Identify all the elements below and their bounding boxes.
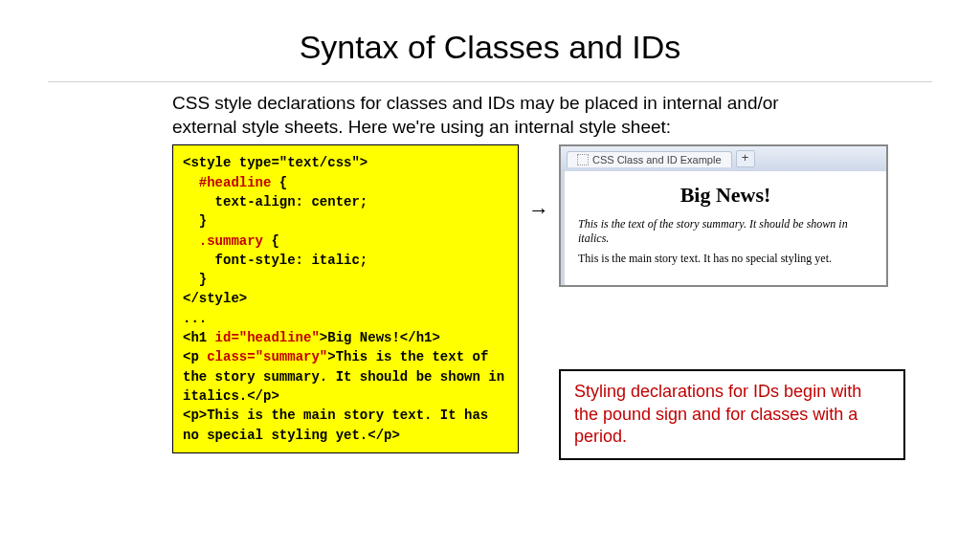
page-summary: This is the text of the story summary. I… — [578, 217, 873, 246]
arrow-icon: → — [528, 198, 549, 223]
tab-label: CSS Class and ID Example — [592, 154, 722, 165]
browser-tab[interactable]: CSS Class and ID Example — [567, 151, 732, 167]
code-example: <style type="text/css"> #headline { text… — [172, 144, 519, 452]
code-line: } — [199, 272, 207, 287]
page-body: This is the main story text. It has no s… — [578, 252, 873, 266]
code-line: <h1 — [183, 330, 215, 345]
code-attr: class="summary" — [207, 349, 327, 364]
page-heading: Big News! — [578, 183, 873, 208]
callout-box: Styling declarations for IDs begin with … — [559, 369, 905, 459]
code-line: >Big News!</h1> — [320, 330, 440, 345]
code-line: </style> — [183, 291, 247, 306]
code-line: { — [271, 175, 287, 190]
intro-text: CSS style declarations for classes and I… — [172, 92, 842, 139]
page-icon — [577, 154, 589, 165]
browser-mockup: CSS Class and ID Example + Big News! Thi… — [559, 144, 888, 287]
callout-text: Styling declarations for IDs begin with … — [574, 381, 890, 448]
divider — [48, 81, 932, 82]
browser-viewport: Big News! This is the text of the story … — [561, 171, 886, 285]
code-line: <p — [183, 349, 207, 364]
code-line: <style type="text/css"> — [183, 155, 368, 170]
code-line: <p>This is the main story text. It has n… — [183, 408, 488, 442]
slide-title: Syntax of Classes and IDs — [48, 29, 932, 66]
code-line: { — [263, 233, 279, 249]
browser-tabbar: CSS Class and ID Example + — [561, 146, 886, 171]
code-selector: #headline — [199, 175, 272, 190]
code-line: font-style: italic; — [215, 253, 368, 268]
new-tab-button[interactable]: + — [736, 150, 755, 167]
code-line: } — [199, 213, 207, 229]
code-line: ... — [183, 311, 207, 326]
code-line: text-align: center; — [215, 194, 368, 209]
code-selector: .summary — [199, 233, 263, 249]
code-attr: id="headline" — [215, 330, 320, 345]
